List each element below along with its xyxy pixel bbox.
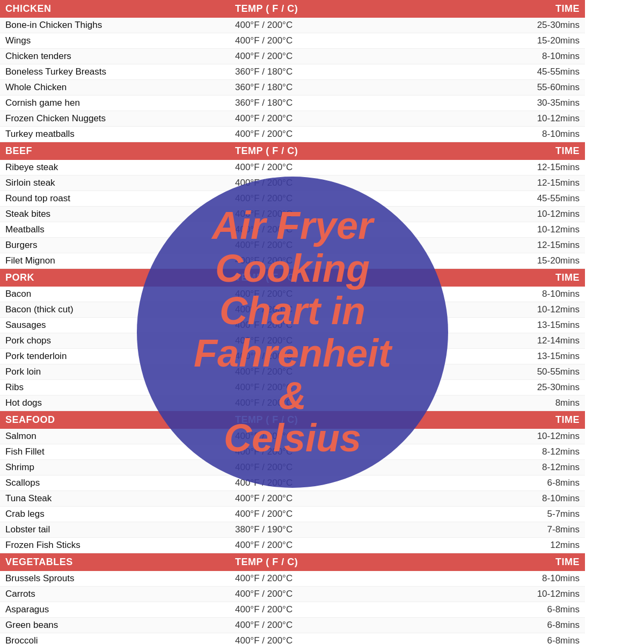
table-row: Brussels Sprouts400°F / 200°C8-10mins: [0, 571, 585, 587]
row-time: 10-12mins: [465, 209, 580, 219]
row-food-name: Frozen Fish Sticks: [5, 540, 235, 551]
section-header-pork: PORKTEMP ( F / C)TIME: [0, 269, 585, 287]
row-temp: 400°F / 200°C: [235, 224, 465, 235]
row-time: 50-55mins: [465, 367, 580, 377]
row-food-name: Bacon (thick cut): [5, 304, 235, 315]
table-row: Salmon400°F / 200°C10-12mins: [0, 429, 585, 444]
row-time: 12-14mins: [465, 335, 580, 346]
row-temp: 400°F / 200°C: [235, 573, 465, 584]
section-name-pork: PORK: [5, 272, 235, 283]
table-row: Pork loin400°F / 200°C50-55mins: [0, 364, 585, 380]
row-food-name: Boneless Turkey Breasts: [5, 67, 235, 77]
row-food-name: Brussels Sprouts: [5, 573, 235, 584]
row-time: 25-30mins: [465, 20, 580, 31]
row-time: 10-12mins: [465, 113, 580, 124]
row-temp: 400°F / 200°C: [235, 255, 465, 266]
section-time-header-beef: TIME: [465, 145, 580, 157]
row-food-name: Turkey meatballs: [5, 129, 235, 140]
table-row: Frozen Fish Sticks400°F / 200°C12mins: [0, 538, 585, 553]
row-time: 12-15mins: [465, 162, 580, 173]
row-temp: 400°F / 200°C: [235, 540, 465, 551]
table-row: Fish Fillet400°F / 200°C8-12mins: [0, 444, 585, 460]
table-row: Burgers400°F / 200°C12-15mins: [0, 238, 585, 253]
row-food-name: Sirloin steak: [5, 178, 235, 188]
table-row: Chicken tenders400°F / 200°C8-10mins: [0, 49, 585, 64]
row-time: 45-55mins: [465, 193, 580, 204]
section-header-chicken: CHICKENTEMP ( F / C)TIME: [0, 0, 585, 18]
row-temp: 400°F / 200°C: [235, 320, 465, 331]
section-header-vegetables: VEGETABLESTEMP ( F / C)TIME: [0, 553, 585, 571]
row-food-name: Broccoli: [5, 635, 235, 644]
row-time: 8-12mins: [465, 447, 580, 457]
row-time: 8-10mins: [465, 51, 580, 62]
row-food-name: Scallops: [5, 478, 235, 488]
row-time: 8-10mins: [465, 573, 580, 584]
row-time: 8-10mins: [465, 129, 580, 140]
row-food-name: Chicken tenders: [5, 51, 235, 62]
row-temp: 400°F / 200°C: [235, 398, 465, 408]
row-food-name: Crab legs: [5, 509, 235, 519]
row-food-name: Wings: [5, 35, 235, 46]
row-food-name: Pork tenderloin: [5, 351, 235, 362]
section-header-seafood: SEAFOODTEMP ( F / C)TIME: [0, 411, 585, 429]
row-temp: 400°F / 200°C: [235, 589, 465, 599]
row-food-name: Hot dogs: [5, 398, 235, 408]
row-time: 6-8mins: [465, 635, 580, 644]
table-row: Crab legs400°F / 200°C5-7mins: [0, 507, 585, 522]
row-time: 8-10mins: [465, 289, 580, 299]
table-row: Tuna Steak400°F / 200°C8-10mins: [0, 491, 585, 507]
section-time-header-pork: TIME: [465, 272, 580, 283]
section-time-header-chicken: TIME: [465, 3, 580, 14]
row-food-name: Green beans: [5, 620, 235, 631]
row-temp: 400°F / 200°C: [235, 351, 465, 362]
section-name-chicken: CHICKEN: [5, 3, 235, 14]
row-food-name: Whole Chicken: [5, 82, 235, 93]
row-temp: 400°F / 200°C: [235, 447, 465, 457]
section-temp-header-pork: TEMP ( F / C): [235, 272, 465, 283]
row-temp: 400°F / 200°C: [235, 193, 465, 204]
table-row: Cornish game hen360°F / 180°C30-35mins: [0, 96, 585, 111]
row-temp: 400°F / 200°C: [235, 162, 465, 173]
table-row: Shrimp400°F / 200°C8-12mins: [0, 460, 585, 475]
row-food-name: Frozen Chicken Nuggets: [5, 113, 235, 124]
row-time: 10-12mins: [465, 304, 580, 315]
chart-container: CHICKENTEMP ( F / C)TIMEBone-in Chicken …: [0, 0, 585, 644]
row-temp: 400°F / 200°C: [235, 20, 465, 31]
table-row: Ribeye steak400°F / 200°C12-15mins: [0, 160, 585, 175]
row-time: 12-15mins: [465, 178, 580, 188]
row-time: 10-12mins: [465, 224, 580, 235]
row-temp: 400°F / 200°C: [235, 367, 465, 377]
section-time-header-vegetables: TIME: [465, 557, 580, 568]
row-temp: 400°F / 200°C: [235, 35, 465, 46]
table-row: Frozen Chicken Nuggets400°F / 200°C10-12…: [0, 111, 585, 127]
row-time: 10-12mins: [465, 431, 580, 442]
table-row: Boneless Turkey Breasts360°F / 180°C45-5…: [0, 64, 585, 80]
table-row: Carrots400°F / 200°C10-12mins: [0, 587, 585, 602]
row-temp: 400°F / 200°C: [235, 113, 465, 124]
row-time: 30-35mins: [465, 98, 580, 108]
table-row: Bacon400°F / 200°C8-10mins: [0, 287, 585, 302]
row-time: 8-12mins: [465, 462, 580, 473]
table-row: Scallops400°F / 200°C6-8mins: [0, 475, 585, 491]
section-time-header-seafood: TIME: [465, 414, 580, 426]
row-temp: 380°F / 190°C: [235, 524, 465, 535]
section-temp-header-beef: TEMP ( F / C): [235, 145, 465, 157]
row-temp: 400°F / 200°C: [235, 620, 465, 631]
row-temp: 400°F / 200°C: [235, 240, 465, 251]
row-food-name: Bacon: [5, 289, 235, 299]
row-food-name: Round top roast: [5, 193, 235, 204]
row-food-name: Asparagus: [5, 604, 235, 615]
row-temp: 400°F / 200°C: [235, 478, 465, 488]
row-temp: 400°F / 200°C: [235, 604, 465, 615]
table-row: Filet Mignon400°F / 200°C15-20mins: [0, 253, 585, 269]
row-time: 8-10mins: [465, 493, 580, 504]
row-food-name: Pork loin: [5, 367, 235, 377]
section-temp-header-chicken: TEMP ( F / C): [235, 3, 465, 14]
row-time: 12mins: [465, 540, 580, 551]
row-food-name: Pork chops: [5, 335, 235, 346]
row-food-name: Fish Fillet: [5, 447, 235, 457]
row-time: 13-15mins: [465, 320, 580, 331]
row-temp: 400°F / 200°C: [235, 509, 465, 519]
row-temp: 400°F / 200°C: [235, 382, 465, 393]
section-temp-header-vegetables: TEMP ( F / C): [235, 557, 465, 568]
